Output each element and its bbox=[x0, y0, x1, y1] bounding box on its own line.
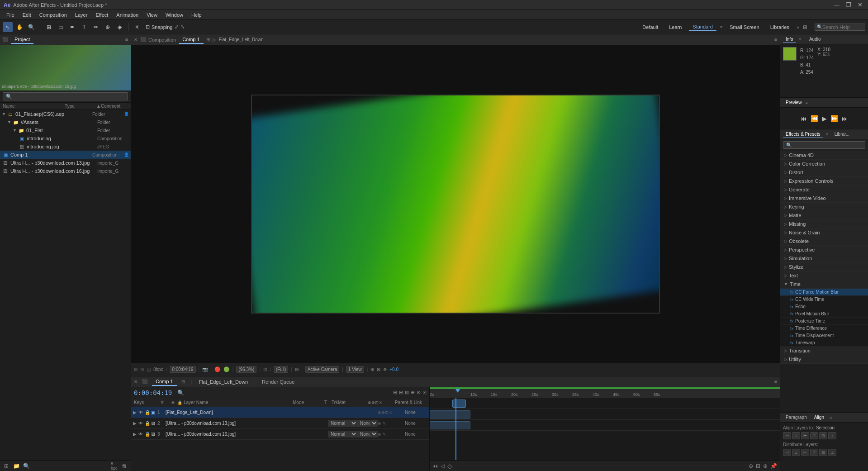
effects-cat-cinema4d-header[interactable]: ▷ Cinema 4D bbox=[780, 151, 868, 160]
tl-menu[interactable]: ≡ bbox=[774, 379, 777, 384]
menu-file[interactable]: File bbox=[3, 11, 18, 19]
effect-time-displacement[interactable]: fx Time Displacement bbox=[780, 332, 868, 339]
footer-btn-delete[interactable]: 🗑 bbox=[121, 462, 128, 470]
menu-animation[interactable]: Animation bbox=[113, 11, 142, 19]
workspace-learn[interactable]: Learn bbox=[665, 24, 685, 31]
tl-layer-lock-1[interactable]: 🔒 bbox=[145, 410, 151, 415]
tl-ctrl-btn3[interactable]: ⊠ bbox=[405, 390, 409, 395]
tool-camera-track[interactable]: ⊞ bbox=[44, 22, 54, 32]
tool-shape-pen[interactable]: ✒ bbox=[67, 22, 77, 32]
tl-ctrl-btn1[interactable]: ⊞ bbox=[393, 390, 397, 395]
align-bottom-btn[interactable]: ⊥ bbox=[828, 432, 836, 439]
paragraph-tab[interactable]: Paragraph bbox=[783, 414, 810, 421]
tl-ctrl-btn5[interactable]: ⊗ bbox=[417, 390, 421, 395]
snapping-toggle[interactable]: ⤢ bbox=[175, 24, 179, 30]
tl-pin-right[interactable]: 📌 bbox=[770, 463, 777, 469]
effects-cat-color-header[interactable]: ▷ Color Correction bbox=[780, 160, 868, 168]
effects-cat-missing-header[interactable]: ▷ Missing bbox=[780, 220, 868, 228]
effects-search-input[interactable] bbox=[783, 141, 865, 149]
effects-cat-immersive-header[interactable]: ▷ Immersive Video bbox=[780, 194, 868, 203]
tl-ruler[interactable]: 0s 10s 15s 20s 25s 30s 35s 40s 45s 50s 5… bbox=[430, 389, 780, 398]
align-right-btn[interactable]: ⊢ bbox=[801, 432, 809, 439]
dist-center-h-btn[interactable]: ⊥ bbox=[792, 449, 800, 456]
align-center-h-btn[interactable]: ⊥ bbox=[792, 432, 800, 439]
effects-cat-matte-header[interactable]: ▷ Matte bbox=[780, 211, 868, 220]
footer-btn-folder[interactable]: 📁 bbox=[13, 462, 20, 470]
preview-tab-label[interactable]: Preview bbox=[783, 99, 805, 106]
menu-effect[interactable]: Effect bbox=[92, 11, 112, 19]
file-item-6[interactable]: ▣ Comp 1 Composition 👤 bbox=[0, 151, 131, 159]
tl-clip-3[interactable] bbox=[430, 421, 470, 429]
project-tab[interactable]: Project bbox=[11, 36, 33, 44]
ep-tab-menu[interactable]: ≡ bbox=[826, 132, 828, 137]
comp-tab-1[interactable]: Comp 1 bbox=[179, 36, 204, 44]
tl-layer-toggle-3[interactable]: ▶ bbox=[133, 432, 138, 437]
tl-zoom-out[interactable]: ⊖ bbox=[749, 463, 753, 469]
menu-composition[interactable]: Composition bbox=[36, 11, 71, 19]
comp-ctrl-fast-prev[interactable]: ⊟ bbox=[295, 367, 299, 372]
file-item-4[interactable]: ▣ introducing Composition bbox=[0, 134, 131, 143]
tl-close-icon[interactable]: ✕ bbox=[134, 379, 138, 384]
dist-top-btn[interactable]: ⊤ bbox=[810, 449, 818, 456]
menu-window[interactable]: Window bbox=[162, 11, 187, 19]
effects-cat-noise-header[interactable]: ▷ Noise & Grain bbox=[780, 228, 868, 237]
effects-cat-simulation-header[interactable]: ▷ Simulation bbox=[780, 254, 868, 263]
comp-view-select[interactable]: 1 View bbox=[346, 366, 364, 373]
tl-layer-eye-3[interactable]: 👁 bbox=[138, 432, 145, 437]
effects-cat-perspective-header[interactable]: ▷ Perspective bbox=[780, 246, 868, 254]
comp-ctrl-alpha[interactable]: ◱ bbox=[147, 367, 151, 372]
comp-ctrl-grid[interactable]: ⊞ bbox=[370, 367, 374, 372]
tool-selection[interactable]: ↖ bbox=[3, 22, 13, 32]
tl-layer-2[interactable]: ▶ 👁 🔒 🖼 2 [Ultra... - p30download.com 13… bbox=[131, 418, 429, 429]
effect-posterize-time[interactable]: fx Posterize Time bbox=[780, 318, 868, 325]
preview-frame-back[interactable]: ⏪ bbox=[811, 115, 818, 122]
effects-cat-keying-header[interactable]: ▷ Keying bbox=[780, 203, 868, 211]
effect-pixel-motion-blur[interactable]: fx Pixel Motion Blur bbox=[780, 310, 868, 318]
tl-layer-lock-2[interactable]: 🔒 bbox=[145, 421, 151, 426]
dist-center-v-btn[interactable]: ⊞ bbox=[819, 449, 827, 456]
tl-sub-comp-tab[interactable]: Flat_Edge_Left_Down bbox=[199, 379, 248, 385]
effects-cat-utility-header[interactable]: ▷ Utility bbox=[780, 355, 868, 364]
effects-cat-transition-header[interactable]: ▷ Transition bbox=[780, 347, 868, 355]
footer-btn-search[interactable]: 🔍 bbox=[23, 462, 30, 470]
tl-layer-toggle-1[interactable]: ▶ bbox=[133, 410, 138, 415]
comp-breadcrumb-sub[interactable]: Flat_Edge_Left_Down bbox=[219, 37, 264, 42]
tl-zoom-slider[interactable]: ⊟ bbox=[756, 463, 760, 469]
time-display[interactable]: 0:00:04:19 bbox=[134, 389, 172, 396]
effect-timewarp[interactable]: fx Timewarp bbox=[780, 339, 868, 347]
effect-cc-wide-time[interactable]: fx CC Wide Time bbox=[780, 296, 868, 303]
align-top-btn[interactable]: ⊤ bbox=[810, 432, 818, 439]
tl-search-icon[interactable]: 🔍 bbox=[177, 390, 184, 396]
workspace-default[interactable]: Default bbox=[639, 24, 662, 31]
tool-puppet[interactable]: ✳ bbox=[132, 22, 142, 32]
preview-skip-back[interactable]: ⏮ bbox=[801, 115, 807, 122]
tl-trk-2[interactable]: None bbox=[357, 420, 378, 427]
tl-layer-1[interactable]: ▶ 👁 🔒 ▣ 1 [Flat_Edge_Left_Down] ⊕⊗⊡☉ Non… bbox=[131, 407, 429, 418]
tl-layer-eye-2[interactable]: 👁 bbox=[138, 421, 145, 426]
align-left-btn[interactable]: ⊣ bbox=[783, 432, 791, 439]
tl-clip-2[interactable] bbox=[430, 410, 470, 419]
title-controls[interactable]: — ❐ ✕ bbox=[832, 1, 864, 8]
comp-ctrl-mask[interactable]: ⊠ bbox=[377, 367, 380, 372]
tool-text[interactable]: T bbox=[79, 22, 89, 32]
align-tab-menu[interactable]: ≡ bbox=[830, 415, 832, 420]
comp-panel-menu[interactable]: ≡ bbox=[774, 37, 777, 42]
tl-ctrl-btn2[interactable]: ⊟ bbox=[399, 390, 403, 395]
align-tab-label[interactable]: Align bbox=[811, 414, 827, 421]
tl-render-queue[interactable]: Render Queue bbox=[262, 379, 294, 385]
preview-play[interactable]: ▶ bbox=[822, 115, 827, 122]
preview-tab-menu[interactable]: ≡ bbox=[806, 100, 808, 105]
effects-cat-expr-header[interactable]: ▷ Expression Controls bbox=[780, 177, 868, 186]
tool-zoom[interactable]: 🔍 bbox=[26, 22, 36, 32]
libraries-tab[interactable]: Librar... bbox=[832, 131, 852, 138]
info-tab-menu[interactable]: ≡ bbox=[799, 37, 801, 42]
audio-tab[interactable]: Audio bbox=[806, 36, 824, 43]
effects-cat-text-header[interactable]: ▷ Text bbox=[780, 271, 868, 280]
file-item-3[interactable]: ▼ 📁 01_Flat Folder bbox=[0, 126, 131, 134]
tl-goto-start[interactable]: ⏮ bbox=[432, 463, 438, 469]
workspace-panel-icon[interactable]: ⊞ bbox=[803, 24, 807, 30]
tool-roto[interactable]: ◈ bbox=[114, 22, 124, 32]
menu-layer[interactable]: Layer bbox=[71, 11, 91, 19]
comp-ctrl-fit-icon[interactable]: ⊡ bbox=[263, 367, 267, 372]
collapse-arrow-2[interactable]: ▼ bbox=[7, 120, 11, 124]
